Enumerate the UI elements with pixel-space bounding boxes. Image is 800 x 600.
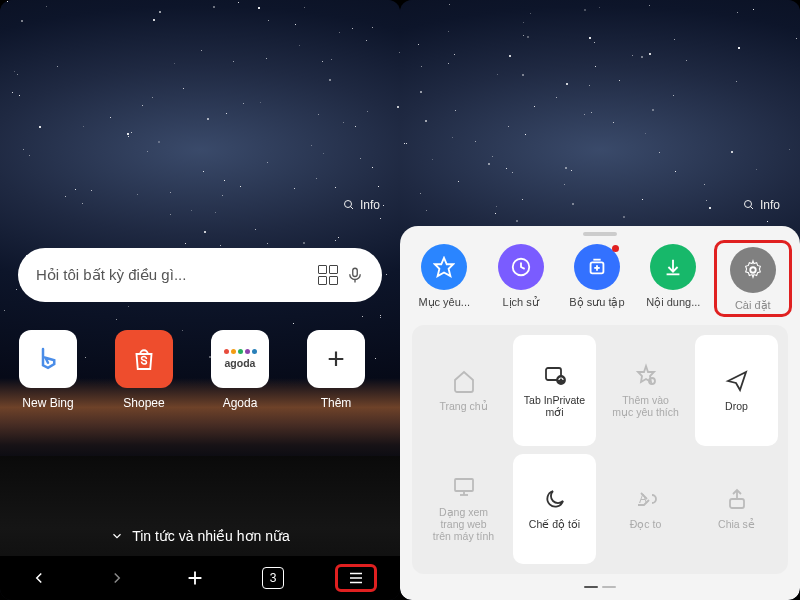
inprivate-tab-button[interactable]: Tab InPrivate mới [513, 335, 596, 446]
info-label: Info [760, 198, 780, 212]
inprivate-icon [543, 363, 567, 387]
collections-button[interactable]: Bộ sưu tập [565, 244, 629, 315]
shortcut-agoda[interactable]: agoda Agoda [210, 330, 270, 410]
share-icon [725, 487, 749, 511]
screen-right: Info Mục yêu... Lịch sử Bộ sưu tập Nội d… [400, 0, 800, 600]
info-badge[interactable]: Info [343, 198, 380, 212]
gear-icon [730, 247, 776, 293]
actions-grid: Trang chủ Tab InPrivate mới Thêm vào mục… [412, 325, 788, 574]
search-placeholder: Hỏi tôi bất kỳ điều gì... [36, 266, 310, 284]
shortcut-label: Thêm [321, 396, 352, 410]
svg-point-9 [744, 201, 751, 208]
grid-label: Trang chủ [439, 400, 487, 412]
svg-marker-11 [435, 258, 453, 276]
menu-sheet: Mục yêu... Lịch sử Bộ sưu tập Nội dung..… [400, 226, 800, 600]
back-button[interactable] [23, 569, 55, 587]
new-tab-button[interactable] [179, 567, 211, 589]
quick-actions-row: Mục yêu... Lịch sử Bộ sưu tập Nội dung..… [400, 240, 800, 321]
circ-label: Nội dung... [646, 296, 700, 309]
star-icon [421, 244, 467, 290]
menu-button[interactable] [335, 564, 377, 592]
notification-dot [612, 245, 619, 252]
star-plus-icon [634, 363, 658, 387]
info-badge[interactable]: Info [743, 198, 780, 212]
newsfeed-toggle[interactable]: Tin tức và nhiều hơn nữa [0, 528, 400, 544]
search-icon [743, 199, 755, 211]
read-aloud-icon: A [634, 487, 658, 511]
circ-label: Cài đặt [735, 299, 771, 312]
info-label: Info [360, 198, 380, 212]
chevron-down-icon [110, 529, 124, 543]
svg-point-0 [344, 201, 351, 208]
voice-search-icon[interactable] [346, 264, 364, 286]
shortcut-shopee[interactable]: Shopee [114, 330, 174, 410]
home-button[interactable]: Trang chủ [422, 335, 505, 446]
grid-label: Tab InPrivate mới [524, 394, 585, 418]
pager-dot [584, 586, 598, 588]
home-icon [452, 369, 476, 393]
svg-rect-28 [730, 499, 744, 508]
grid-label: Đọc to [630, 518, 662, 530]
circ-label: Lịch sử [502, 296, 538, 309]
search-icon [343, 199, 355, 211]
search-bar[interactable]: Hỏi tôi bất kỳ điều gì... [18, 248, 382, 302]
pager-dot [602, 586, 616, 588]
grid-label: Chia sẻ [718, 518, 755, 530]
shortcut-label: New Bing [22, 396, 73, 410]
svg-line-10 [750, 207, 753, 210]
svg-line-1 [350, 207, 353, 210]
tab-count: 3 [262, 567, 284, 589]
newsfeed-label: Tin tức và nhiều hơn nữa [132, 528, 290, 544]
history-button[interactable]: Lịch sử [489, 244, 553, 315]
circ-label: Mục yêu... [418, 296, 470, 309]
history-icon [498, 244, 544, 290]
grid-label: Drop [725, 400, 748, 412]
bottom-nav: 3 [0, 556, 400, 600]
read-aloud-button[interactable]: A Đọc to [604, 454, 687, 565]
shortcut-row: New Bing Shopee agoda Agoda + Thêm [18, 330, 382, 410]
grid-label: Chế độ tối [529, 518, 580, 530]
grid-label: Thêm vào mục yêu thích [612, 394, 679, 418]
download-icon [650, 244, 696, 290]
settings-button[interactable]: Cài đặt [714, 240, 792, 317]
collections-icon [574, 244, 620, 290]
circ-label: Bộ sưu tập [569, 296, 624, 309]
grid-label: Dạng xem trang web trên máy tính [433, 506, 494, 542]
moon-icon [543, 487, 567, 511]
screen-left: Info Hỏi tôi bất kỳ điều gì... New Bing … [0, 0, 400, 600]
shortcut-label: Agoda [223, 396, 258, 410]
desktop-icon [452, 475, 476, 499]
add-favorite-button[interactable]: Thêm vào mục yêu thích [604, 335, 687, 446]
shortcut-add[interactable]: + Thêm [306, 330, 366, 410]
plus-icon: + [307, 330, 365, 388]
sheet-handle[interactable] [583, 232, 617, 236]
bing-icon [19, 330, 77, 388]
agoda-icon: agoda [211, 330, 269, 388]
drop-button[interactable]: Drop [695, 335, 778, 446]
svg-marker-22 [638, 366, 654, 382]
pager[interactable] [400, 574, 800, 600]
share-button[interactable]: Chia sẻ [695, 454, 778, 565]
qr-scan-icon[interactable] [318, 265, 338, 285]
shortcut-new-bing[interactable]: New Bing [18, 330, 78, 410]
shortcut-label: Shopee [123, 396, 164, 410]
shopee-icon [115, 330, 173, 388]
downloads-button[interactable]: Nội dung... [641, 244, 705, 315]
svg-point-21 [557, 376, 565, 384]
tabs-button[interactable]: 3 [257, 567, 289, 589]
desktop-site-button[interactable]: Dạng xem trang web trên máy tính [422, 454, 505, 565]
dark-mode-button[interactable]: Chế độ tối [513, 454, 596, 565]
svg-point-19 [750, 267, 756, 273]
svg-rect-2 [353, 268, 358, 276]
forward-button[interactable] [101, 569, 133, 587]
send-icon [725, 369, 749, 393]
svg-text:A: A [639, 492, 647, 506]
favorites-button[interactable]: Mục yêu... [412, 244, 476, 315]
svg-rect-24 [455, 479, 473, 491]
